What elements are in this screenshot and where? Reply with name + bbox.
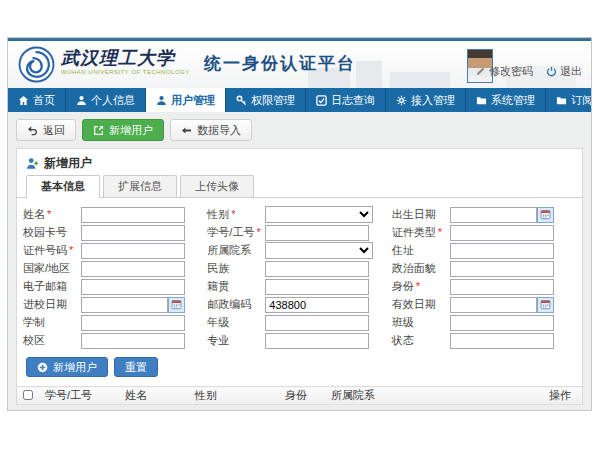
logout-link[interactable]: 退出 (546, 64, 582, 79)
field-input[interactable] (450, 297, 537, 313)
select-all-checkbox[interactable] (23, 390, 33, 400)
field-label: 电子邮箱 (23, 279, 81, 294)
field-input[interactable] (81, 225, 185, 241)
date-field (450, 297, 554, 313)
nav-item-6[interactable]: 接入管理 (386, 88, 466, 112)
table-header-cell: 性别 (191, 387, 281, 405)
field-input[interactable] (81, 243, 185, 259)
field-label: 校区 (23, 333, 81, 348)
required-star: * (256, 226, 260, 238)
nav-item-3[interactable]: 用户管理 (146, 88, 226, 112)
field-input[interactable] (450, 315, 554, 331)
required-star: * (47, 208, 51, 220)
calendar-icon[interactable] (537, 297, 554, 313)
form-column-3: 出生日期证件类型*住址政治面貌身份*有效日期班级状态 (392, 206, 576, 350)
tab-3[interactable]: 上传头像 (180, 175, 254, 197)
field-input[interactable] (81, 207, 185, 223)
field-input[interactable] (450, 243, 554, 259)
form-column-1: 姓名*校园卡号证件号码*国家/地区电子邮箱进校日期学制校区 (23, 206, 207, 350)
nav-item-8[interactable]: 订阅管理 (546, 88, 592, 112)
field-input[interactable] (265, 225, 369, 241)
field-label: 籍贯 (207, 279, 265, 294)
section-title: 新增用户 (44, 155, 92, 172)
field-input[interactable] (81, 261, 185, 277)
building-silhouette (356, 61, 382, 88)
user-icon (156, 95, 167, 106)
field-label: 学制 (23, 315, 81, 330)
reset-button[interactable]: 重置 (114, 357, 158, 377)
form-row: 学制 (23, 314, 207, 331)
field-select[interactable] (265, 242, 373, 259)
form-row: 进校日期 (23, 296, 207, 313)
nav-item-label: 首页 (33, 93, 55, 108)
date-field (81, 297, 185, 313)
field-input[interactable] (265, 333, 369, 349)
field-input[interactable] (265, 261, 369, 277)
field-input[interactable] (81, 333, 185, 349)
tab-1[interactable]: 基本信息 (26, 175, 100, 198)
field-input[interactable] (81, 297, 168, 313)
field-input[interactable] (450, 279, 554, 295)
data-import-button[interactable]: 数据导入 (170, 119, 252, 141)
submit-add-user-label: 新增用户 (53, 360, 97, 375)
field-input[interactable] (265, 279, 369, 295)
add-user-toolbar-label: 新增用户 (109, 123, 153, 138)
tab-2[interactable]: 扩展信息 (103, 175, 177, 197)
app-window: 武汉理工大学 WUHAN UNIVERSITY OF TECHNOLOGY 统一… (7, 37, 592, 411)
table-header-cell: 操作 (545, 387, 582, 405)
user-table: 学号/工号姓名性别身份所属院系操作 (17, 386, 582, 405)
field-input[interactable] (450, 333, 554, 349)
form-row: 政治面貌 (392, 260, 576, 277)
field-label: 国家/地区 (23, 261, 81, 276)
field-select[interactable] (265, 206, 373, 223)
back-button-label: 返回 (43, 123, 65, 138)
nav-item-5[interactable]: 日志查询 (306, 88, 386, 112)
plus-circle-icon (37, 362, 48, 373)
field-input[interactable] (450, 261, 554, 277)
select-all-cell (17, 387, 41, 405)
form-actions: 新增用户 重置 (17, 350, 582, 377)
field-label: 证件类型* (392, 225, 450, 240)
form-row: 籍贯 (207, 278, 391, 295)
calendar-icon[interactable] (537, 207, 554, 223)
submit-add-user-button[interactable]: 新增用户 (26, 357, 108, 377)
back-button[interactable]: 返回 (16, 119, 76, 141)
pencil-icon (475, 66, 486, 77)
nav-item-label: 权限管理 (251, 93, 295, 108)
required-star: * (69, 244, 73, 256)
add-user-toolbar-button[interactable]: 新增用户 (82, 119, 164, 141)
form-row: 民族 (207, 260, 391, 277)
nav-item-4[interactable]: 权限管理 (226, 88, 306, 112)
field-input[interactable] (81, 315, 185, 331)
form-row: 年级 (207, 314, 391, 331)
form-row: 专业 (207, 332, 391, 349)
nav-item-2[interactable]: 个人信息 (66, 88, 146, 112)
nav-item-label: 系统管理 (491, 93, 535, 108)
logout-label: 退出 (560, 64, 582, 79)
add-user-form: 姓名*校园卡号证件号码*国家/地区电子邮箱进校日期学制校区 性别*学号/工号*所… (17, 198, 582, 350)
table-header-cell: 身份 (281, 387, 327, 405)
form-row: 姓名* (23, 206, 207, 223)
field-input[interactable] (81, 279, 185, 295)
power-icon (546, 66, 557, 77)
field-input[interactable] (265, 315, 369, 331)
field-input[interactable] (450, 207, 537, 223)
university-name-cn: 武汉理工大学 (61, 48, 190, 68)
home-icon (18, 95, 29, 106)
change-password-link[interactable]: 修改密码 (475, 64, 533, 79)
field-label: 出生日期 (392, 207, 450, 222)
nav-item-7[interactable]: 系统管理 (466, 88, 546, 112)
form-row: 状态 (392, 332, 576, 349)
gear-icon (396, 95, 407, 106)
required-star: * (231, 208, 235, 220)
field-input[interactable] (450, 225, 554, 241)
calendar-icon[interactable] (168, 297, 185, 313)
nav-item-1[interactable]: 首页 (8, 88, 66, 112)
data-import-label: 数据导入 (197, 123, 241, 138)
field-input[interactable] (265, 297, 369, 313)
field-label: 住址 (392, 243, 450, 258)
field-label: 证件号码* (23, 243, 81, 258)
form-row: 班级 (392, 314, 576, 331)
field-label: 有效日期 (392, 297, 450, 312)
nav-item-label: 日志查询 (331, 93, 375, 108)
